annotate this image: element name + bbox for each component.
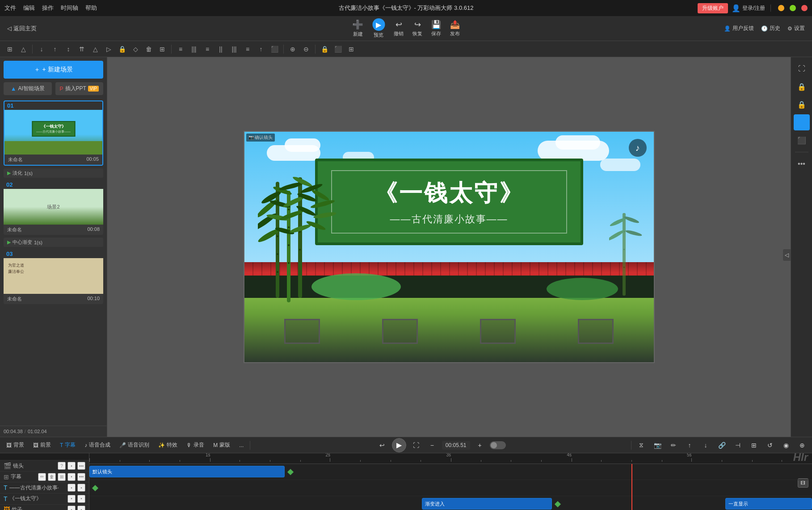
align-top[interactable]: ⇈ [76,43,88,55]
save-button[interactable]: 💾 保存 [431,20,441,37]
subtitle-del-btn[interactable]: 🗑 [48,473,56,481]
align-play[interactable]: ▷ [102,43,115,55]
clip-text1-always[interactable]: 一直显示 [725,498,812,510]
publish-button[interactable]: 📤 发布 [450,20,460,37]
ai-scene-button[interactable]: ▲ AI智能场景 [4,82,52,95]
undo-button[interactable]: ↩ 撤销 [394,20,404,37]
split-button[interactable]: ⊣ [732,439,744,451]
text2-more-btn[interactable]: • [77,495,85,503]
music-button[interactable]: ♪ [629,139,647,157]
delete-tool[interactable]: 🗑 [143,43,155,55]
lock-all[interactable]: 🔒 [318,43,331,55]
tl-bg-tab[interactable]: 🖼 背景 [4,440,27,450]
track-dot-btn[interactable]: • [67,462,76,470]
track-more-btn[interactable]: ••• [77,462,85,470]
subtitle-more-btn[interactable]: ••• [77,473,85,481]
image-tool[interactable]: ⬛ [794,132,810,148]
fullscreen-button[interactable]: ⛶ [410,439,422,451]
text1-more-btn[interactable]: • [77,484,85,492]
speed-button[interactable]: ◉ [780,439,792,451]
link-button[interactable]: 🔗 [715,439,728,451]
menu-edit[interactable]: 编辑 [23,4,35,12]
scene-item-3[interactable]: 03 为官之道 廉洁奉公 未命名 00:10 [4,250,103,304]
grid-tool[interactable]: ⊞ [156,43,168,55]
upgrade-button[interactable]: 升级账户 [698,3,728,13]
more-tools[interactable]: ••• [794,156,810,172]
menu-operate[interactable]: 操作 [42,4,54,12]
menu-file[interactable]: 文件 [4,4,16,12]
dist-v[interactable]: ↑ [255,43,267,55]
subtitle-dot-btn[interactable]: • [67,473,76,481]
zoom-minus-button[interactable]: − [426,439,438,451]
text2-dot-btn[interactable]: • [67,495,76,503]
edit-button[interactable]: ✏ [667,439,680,451]
paste-all[interactable]: ⊞ [345,43,358,55]
align-up[interactable]: ↑ [49,43,61,55]
tl-mask-tab[interactable]: M 蒙版 [210,440,233,450]
play-pause-button[interactable]: ▶ [392,438,406,452]
align-mid-h[interactable]: ||| [228,43,240,55]
loop-clip-button[interactable]: ↺ [764,439,776,451]
copy-all[interactable]: ⬛ [332,43,344,55]
tl-subtitle-tab[interactable]: T 字幕 [57,440,78,450]
align-tool-1[interactable]: ⊞ [4,43,16,55]
close-button[interactable] [801,5,808,11]
clip-text1-fade-in[interactable]: 渐变进入 [422,498,552,510]
align-left[interactable]: ≡ [174,43,187,55]
align-shape[interactable]: △ [89,43,101,55]
move-up-button[interactable]: ↑ [683,439,696,451]
keyframe-text1-1[interactable] [555,501,561,507]
track-help-btn[interactable]: ? [58,462,66,470]
align-top-h[interactable]: || [215,43,227,55]
tl-effects-tab[interactable]: ✨ 特效 [156,440,180,450]
camera-button[interactable]: 📷 [651,439,664,451]
tl-more-tab[interactable]: ... [236,441,246,450]
collapse-button[interactable]: ◁ [783,249,791,261]
subtitle-copy-btn[interactable]: ⊞ [58,473,66,481]
menu-help[interactable]: 帮助 [85,4,97,12]
align-bot-h[interactable]: ≡ [241,43,254,55]
align-tool-2[interactable]: △ [17,43,29,55]
lock-tool-2[interactable]: 🔒 [794,96,810,113]
zoom-plus-button[interactable]: + [474,439,486,451]
zoom-in[interactable]: ⊕ [286,43,299,55]
zoom-out[interactable]: ⊖ [300,43,312,55]
subtitle-edit-btn[interactable]: ✏ [38,473,46,481]
tl-tts-tab[interactable]: ♪ 语音合成 [82,440,113,450]
dist-h[interactable]: ⬛ [268,43,281,55]
camera-clip-default[interactable]: 默认镜头 [89,466,285,477]
align-lock[interactable]: 🔒 [116,43,128,55]
keyframe-subtitle[interactable] [92,485,98,491]
new-scene-button[interactable]: ＋ + 新建场景 [4,61,103,79]
tl-record-tab[interactable]: 🎙 录音 [184,440,207,450]
duration-button[interactable]: ⊞ [748,439,760,451]
align-v[interactable]: ↕ [62,43,75,55]
tl-asr-tab[interactable]: 🎤 语音识别 [117,440,152,450]
back-home-button[interactable]: ◁ 返回主页 [7,25,37,33]
insert-ppt-button[interactable]: P 插入PPT VIP [55,82,104,95]
redo-button[interactable]: ↪ 恢复 [412,20,422,37]
color-tool[interactable] [794,114,810,130]
tl-fg-tab[interactable]: 🖼 前景 [30,440,54,450]
add-keyframe-button[interactable]: ⊕ [796,439,808,451]
user-feedback-button[interactable]: 👤 用户反馈 [724,25,754,32]
lock-tool-1[interactable]: 🔒 [794,79,810,95]
align-down[interactable]: ↓ [35,43,48,55]
scene-item-2[interactable]: 02 场景2 未命名 00:08 [4,180,103,235]
goto-start-button[interactable]: ↩ [376,439,388,451]
settings-button[interactable]: ⚙ 设置 [787,25,805,32]
loop-toggle[interactable] [490,441,506,449]
keyframe-camera-1[interactable] [287,468,294,475]
fullscreen-tool[interactable]: ⛶ [794,61,810,77]
align-right[interactable]: ≡ [201,43,214,55]
user-login-button[interactable]: 👤 登录/注册 [732,4,765,13]
maximize-button[interactable] [790,5,796,11]
new-button[interactable]: ➕ 新建 [352,19,363,38]
align-center-v[interactable]: ||| [188,43,200,55]
image-more-btn[interactable]: • [77,506,85,510]
menu-timeline[interactable]: 时间轴 [61,4,78,12]
minimize-button[interactable] [778,5,784,11]
scene-item-1[interactable]: 01 《一钱太守》 ——古代清廉小故事—— 未命名 00:05 [4,100,103,166]
history-button[interactable]: 🕐 历史 [761,25,780,32]
keyframe-button[interactable]: ⧖ [635,439,648,451]
